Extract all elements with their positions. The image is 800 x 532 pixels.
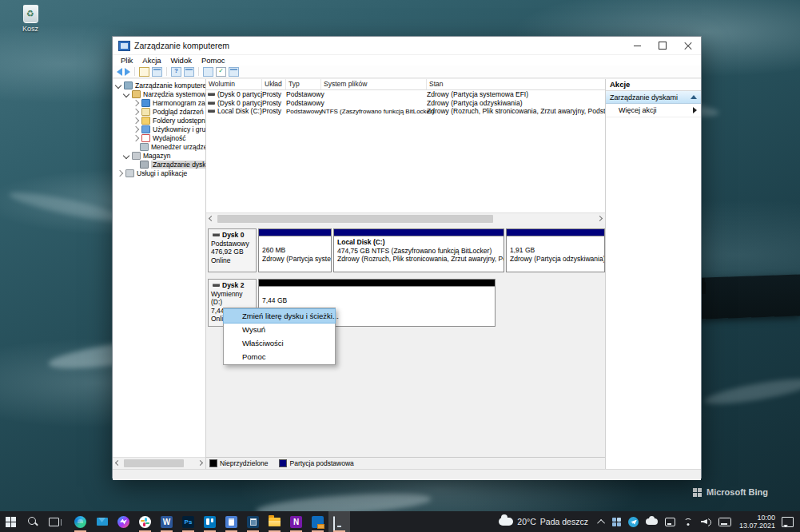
help-icon[interactable] bbox=[171, 67, 181, 77]
task-view-button[interactable] bbox=[43, 511, 65, 532]
taskbar-clock[interactable]: 10:00 13.07.2021 bbox=[739, 514, 775, 530]
sidebar-item-disk-management[interactable]: Zarządzanie dyskami bbox=[113, 160, 205, 169]
taskbar-app-word[interactable]: W bbox=[156, 511, 177, 532]
computer-icon bbox=[124, 81, 133, 89]
menu-item-eject[interactable]: Wysuń bbox=[224, 323, 335, 336]
collapse-icon[interactable] bbox=[691, 95, 697, 99]
wifi-icon[interactable] bbox=[683, 518, 694, 526]
weather-widget[interactable]: 20°C Pada deszcz bbox=[499, 517, 588, 526]
scroll-right-icon[interactable] bbox=[195, 458, 205, 468]
system-tray bbox=[599, 517, 731, 527]
close-button[interactable] bbox=[675, 38, 701, 54]
chevron-icon[interactable] bbox=[123, 90, 129, 97]
partition-color-bar bbox=[259, 280, 495, 287]
chevron-icon[interactable] bbox=[133, 117, 139, 123]
partition-efi[interactable]: 260 MB Zdrowy (Partycja systemo bbox=[258, 228, 332, 272]
taskbar-app-outlook[interactable] bbox=[307, 511, 328, 532]
more-actions-item[interactable]: Więcej akcji bbox=[606, 104, 701, 117]
sidebar-item-local-users-groups[interactable]: Użytkownicy i grupy lok bbox=[113, 125, 205, 133]
console-window-icon[interactable] bbox=[152, 67, 162, 77]
taskbar-app-onenote[interactable]: N bbox=[285, 511, 307, 532]
title-bar[interactable]: Zarządzanie komputerem bbox=[113, 37, 701, 55]
menu-akcja[interactable]: Akcja bbox=[137, 56, 165, 65]
legend-bar: Nieprzydzielone Partycja podstawowa bbox=[206, 457, 605, 469]
telegram-icon[interactable] bbox=[628, 517, 639, 527]
sidebar-item-computer-management[interactable]: Zarządzanie komputerem (lokal bbox=[113, 81, 205, 89]
search-button[interactable] bbox=[22, 511, 43, 532]
minimize-button[interactable] bbox=[624, 38, 650, 54]
chevron-icon[interactable] bbox=[117, 169, 123, 176]
table-row[interactable]: Local Disk (C:) Prosty Podstawowy NTFS (… bbox=[206, 107, 605, 116]
column-system-plikow[interactable]: System plików bbox=[321, 79, 427, 89]
refresh-check-icon[interactable] bbox=[216, 67, 226, 77]
taskbar-app-photoshop[interactable]: Ps bbox=[177, 511, 199, 532]
sidebar-item-services-applications[interactable]: Usługi i aplikacje bbox=[113, 169, 205, 177]
notification-center-icon[interactable] bbox=[782, 517, 794, 527]
menu-pomoc[interactable]: Pomoc bbox=[197, 56, 230, 65]
sidebar-item-system-tools[interactable]: Narzędzia systemowe bbox=[113, 89, 205, 98]
sidebar-item-storage[interactable]: Magazyn bbox=[113, 151, 205, 160]
device-icon[interactable] bbox=[665, 518, 675, 526]
chevron-icon[interactable] bbox=[133, 99, 139, 105]
scrollbar-thumb[interactable] bbox=[217, 215, 493, 223]
column-uklad[interactable]: Układ bbox=[262, 79, 286, 89]
sidebar-item-device-manager[interactable]: Menedżer urządzeń bbox=[113, 142, 205, 151]
partition-recovery[interactable]: 1,91 GB Zdrowy (Partycja odzyskiwania) bbox=[506, 228, 605, 272]
show-console-tree-icon[interactable] bbox=[184, 67, 194, 77]
table-row[interactable]: (Dysk 0 partycja 1) Prosty Podstawowy Zd… bbox=[206, 90, 605, 99]
taskbar-app-slack[interactable] bbox=[134, 511, 156, 532]
column-wolumin[interactable]: Wolumin bbox=[206, 79, 262, 89]
menu-item-help[interactable]: Pomoc bbox=[224, 350, 335, 363]
menu-item-change-drive-letter[interactable]: Zmień literę dysku i ścieżki... bbox=[224, 309, 335, 323]
taskbar-app-edge[interactable] bbox=[70, 511, 91, 532]
chevron-icon[interactable] bbox=[115, 81, 121, 88]
chevron-icon[interactable] bbox=[133, 134, 139, 141]
windows-logo-icon bbox=[6, 517, 16, 527]
speaker-icon[interactable] bbox=[701, 518, 711, 526]
submenu-arrow-icon bbox=[693, 107, 697, 113]
scrollbar-thumb[interactable] bbox=[124, 459, 184, 467]
action-pane-icon[interactable] bbox=[203, 67, 213, 77]
chevron-up-icon[interactable] bbox=[597, 518, 605, 526]
taskbar-app-file-explorer[interactable] bbox=[264, 511, 285, 532]
recycle-bin-shortcut[interactable]: ♻ Kosz bbox=[13, 5, 48, 33]
taskbar-app-computer-management[interactable] bbox=[328, 511, 350, 532]
chevron-icon[interactable] bbox=[123, 152, 129, 158]
taskbar-app-calculator[interactable] bbox=[242, 511, 264, 532]
disk0-header[interactable]: Dysk 0 Podstawowy 476,92 GB Online bbox=[208, 228, 257, 272]
scroll-right-icon[interactable] bbox=[595, 213, 605, 224]
table-row[interactable]: (Dysk 0 partycja 4) Prosty Podstawowy Zd… bbox=[206, 99, 605, 108]
scroll-left-icon[interactable] bbox=[113, 458, 123, 468]
sidebar-item-shared-folders[interactable]: Foldery udostępnione bbox=[113, 116, 205, 125]
column-stan[interactable]: Stan bbox=[427, 79, 605, 89]
maximize-button[interactable] bbox=[650, 38, 675, 54]
onedrive-cloud-icon[interactable] bbox=[646, 518, 658, 525]
menu-widok[interactable]: Widok bbox=[166, 56, 197, 65]
sidebar-item-performance[interactable]: Wydajność bbox=[113, 133, 205, 142]
actions-group-disk-management[interactable]: Zarządzanie dyskami bbox=[606, 91, 701, 104]
forward-arrow-icon[interactable] bbox=[125, 68, 130, 76]
taskbar-app-mail[interactable] bbox=[91, 511, 113, 532]
pinwheel-icon[interactable] bbox=[612, 518, 621, 526]
export-list-icon[interactable] bbox=[139, 67, 149, 77]
properties-window-icon[interactable] bbox=[229, 67, 239, 77]
taskbar-app-document[interactable] bbox=[221, 511, 242, 532]
column-typ[interactable]: Typ bbox=[286, 79, 321, 89]
scroll-left-icon[interactable] bbox=[206, 213, 217, 224]
menu-bar: Plik Akcja Widok Pomoc bbox=[113, 55, 701, 66]
partition-c-drive[interactable]: Local Disk (C:) 474,75 GB NTFS (Zaszyfro… bbox=[333, 228, 504, 272]
back-arrow-icon[interactable] bbox=[117, 68, 122, 76]
menu-item-properties[interactable]: Właściwości bbox=[224, 336, 335, 350]
tree-horizontal-scrollbar[interactable] bbox=[113, 457, 205, 469]
chevron-icon[interactable] bbox=[133, 108, 139, 114]
touch-keyboard-icon[interactable] bbox=[718, 518, 731, 526]
sidebar-item-event-viewer[interactable]: Podgląd zdarzeń bbox=[113, 107, 205, 116]
start-button[interactable] bbox=[0, 511, 22, 532]
menu-plik[interactable]: Plik bbox=[116, 56, 137, 65]
actions-pane: Akcje Zarządzanie dyskami Więcej akcji bbox=[606, 79, 701, 469]
chevron-icon[interactable] bbox=[133, 125, 139, 132]
taskbar-app-messenger[interactable] bbox=[113, 511, 134, 532]
taskbar-app-trello[interactable] bbox=[199, 511, 221, 532]
sidebar-item-task-scheduler[interactable]: Harmonogram zadań bbox=[113, 98, 205, 107]
volume-list-horizontal-scrollbar[interactable] bbox=[206, 212, 605, 224]
